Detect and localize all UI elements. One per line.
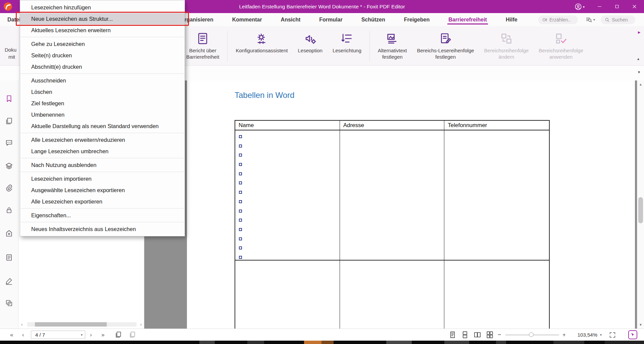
scroll-down-icon[interactable]: ▼ — [637, 323, 644, 327]
pages-panel-button[interactable] — [5, 117, 13, 125]
caret-down-icon: ▾ — [583, 5, 585, 9]
security-panel-button[interactable] — [5, 206, 13, 214]
comments-panel-button[interactable] — [5, 139, 13, 147]
search-box[interactable]: Suchen — [601, 15, 635, 24]
account-button[interactable]: ▾ — [575, 3, 589, 11]
taskbar-segment — [304, 341, 321, 344]
menu-item-aktuelles-lesezeichen-erweitern[interactable]: Aktuelles Lesezeichen erweitern — [20, 24, 185, 36]
minimize-button[interactable] — [591, 0, 608, 13]
facing-icon[interactable] — [474, 331, 481, 339]
attachments-panel-button[interactable] — [5, 184, 13, 192]
tab-freigeben[interactable]: Freigeben — [404, 13, 430, 26]
continuous-facing-icon[interactable] — [486, 331, 494, 339]
menu-item-neue-lesezeichen-aus-struktur[interactable]: Neue Lesezeichen aus Struktur... — [20, 13, 185, 24]
tell-me-box[interactable]: Erzählen.. — [538, 15, 578, 24]
vertical-scrollbar[interactable]: ▲ ▼ — [637, 80, 644, 329]
tab-schuetzen[interactable]: Schützen — [361, 13, 385, 26]
ribbon-button-leseoption[interactable]: Leseoption — [294, 26, 326, 66]
ribbon-button-konfigurationsassistent[interactable]: Konfigurationsassistent — [232, 26, 291, 66]
ribbon-buttons: Bericht überBarrierefreiheitKonfiguratio… — [183, 26, 587, 66]
menu-item-label: Seite(n) drucken — [31, 52, 72, 58]
signatures-panel-button[interactable] — [5, 277, 13, 285]
bullet-marker — [239, 172, 242, 175]
previous-view-icon[interactable] — [115, 331, 122, 338]
tab-kommentar[interactable]: Kommentar — [232, 13, 262, 26]
chevron-down-icon[interactable]: ▾ — [638, 70, 640, 74]
zoom-out-button[interactable]: − — [498, 329, 501, 341]
ribbon-button-label: Konfigurationsassistent — [236, 47, 288, 54]
maximize-icon — [614, 4, 620, 9]
menu-item-umbenennen[interactable]: Umbenennen — [20, 109, 185, 120]
ribbon-scroll-right-icon[interactable]: ▸ — [638, 29, 641, 35]
ribbon-button-bereichs-lesereihenfolge-festlegen[interactable]: Bereichs-Lesereihenfolgefestlegen — [414, 26, 478, 66]
menu-item-ziel-festlegen[interactable]: Ziel festlegen — [20, 98, 185, 109]
scrollbar-track[interactable] — [27, 322, 137, 327]
advanced-search-icon — [585, 16, 592, 23]
menu-item-loeschen[interactable]: Löschen — [20, 86, 185, 98]
bullet-list — [239, 135, 242, 259]
previous-page-button[interactable]: ‹ — [22, 329, 24, 341]
tab-formular[interactable]: Formular — [319, 13, 342, 26]
menu-item-lesezeichen-hinzufuegen[interactable]: Lesezeichen hinzufügen — [20, 2, 185, 13]
fields-panel-button[interactable] — [5, 253, 13, 262]
ribbon-button-label: Leseoption — [298, 47, 322, 54]
menu-item-aktuelle-darstellung-als-neuen-standard-verwenden[interactable]: Aktuelle Darstellung als neuen Standard … — [20, 120, 185, 132]
caret-down-icon[interactable]: ▾ — [600, 329, 602, 341]
zoom-level[interactable]: 103,54% — [571, 329, 597, 341]
advanced-search-button[interactable]: ▾ — [585, 16, 595, 23]
layers-panel-button[interactable] — [5, 162, 13, 170]
close-button[interactable] — [626, 0, 643, 13]
menu-item-seite-n-drucken[interactable]: Seite(n) drucken — [20, 50, 185, 61]
ribbon-button-partial[interactable]: Dokumit — [5, 46, 16, 60]
menu-item-lange-lesezeichen-umbrechen[interactable]: Lange Lesezeichen umbrechen — [20, 146, 185, 157]
ribbon-collapse-icon[interactable]: ▴ — [637, 56, 639, 61]
tab-datei[interactable]: Datei — [7, 13, 20, 26]
zoom-slider-thumb[interactable] — [529, 332, 534, 337]
ribbon-button-leserichtung[interactable]: Leserichtung — [329, 26, 365, 66]
page-number-input[interactable]: 4 / 7 ▾ — [31, 331, 85, 339]
tab-hilfe[interactable]: Hilfe — [506, 13, 517, 26]
fit-screen-icon[interactable] — [609, 331, 616, 339]
destinations-panel-button[interactable] — [5, 229, 13, 237]
ribbon-button-label: Bereichsreihenfolge — [539, 47, 583, 54]
maximize-button[interactable] — [608, 0, 626, 13]
tab-barrierefreiheit[interactable]: Barrierefreiheit — [448, 13, 487, 26]
scrollbar-thumb[interactable] — [638, 197, 643, 223]
menu-item-abschnitt-e-drucken[interactable]: Abschnitt(e) drucken — [20, 61, 185, 72]
ribbon-button-alternativtext-festlegen[interactable]: Alternativtextfestlegen — [375, 26, 410, 66]
next-view-icon[interactable] — [129, 331, 136, 338]
scrollbar-thumb[interactable] — [35, 322, 107, 327]
tab-ansicht[interactable]: Ansicht — [281, 13, 301, 26]
tab-organisieren[interactable]: Organisieren — [180, 13, 213, 26]
menu-item-gehe-zu-lesezeichen[interactable]: Gehe zu Lesezeichen — [20, 38, 185, 50]
menu-item-neues-inhaltsverzeichnis-aus-lesezeichen[interactable]: Neues Inhaltsverzeichnis aus Lesezeichen — [20, 223, 185, 235]
next-page-button[interactable]: › — [90, 329, 92, 341]
zoom-in-button[interactable]: + — [562, 329, 566, 341]
horizontal-scrollbar[interactable]: ‹ › — [18, 322, 144, 328]
scroll-left-icon[interactable]: ‹ — [21, 322, 22, 328]
menu-item-label: Nach Nutzung ausblenden — [31, 162, 96, 168]
menu-separator — [20, 222, 184, 222]
duplicate-panel-button[interactable] — [5, 299, 13, 307]
menu-item-alle-lesezeichen-exportieren[interactable]: Alle Lesezeichen exportieren — [20, 196, 185, 207]
scroll-right-icon[interactable]: › — [140, 322, 142, 328]
menu-item-alle-lesezeichen-erweitern-reduzieren[interactable]: Alle Lesezeichen erweitern/reduzieren — [20, 134, 185, 146]
bookmarks-panel-button[interactable] — [5, 95, 13, 103]
first-page-button[interactable]: « — [10, 329, 13, 341]
page-indicator: 4 / 7 — [35, 331, 45, 339]
scroll-up-icon[interactable]: ▲ — [637, 82, 644, 86]
last-page-button[interactable]: » — [101, 329, 104, 341]
menu-item-nach-nutzung-ausblenden[interactable]: Nach Nutzung ausblenden — [20, 159, 185, 171]
caret-down-icon[interactable]: ▾ — [81, 331, 83, 339]
menu-item-label: Lesezeichen hinzufügen — [31, 4, 91, 10]
single-page-icon[interactable] — [449, 331, 456, 339]
ribbon-button-label: festlegen — [435, 54, 456, 60]
continuous-icon[interactable] — [461, 331, 469, 339]
menu-item-lesezeichen-importieren[interactable]: Lesezeichen importieren — [20, 173, 185, 184]
menu-item-ausschneiden[interactable]: Ausschneiden — [20, 75, 185, 86]
ribbon-button-bericht-ueber-barrierefreiheit[interactable]: Bericht überBarrierefreiheit — [183, 26, 222, 66]
assistant-icon[interactable] — [628, 330, 637, 339]
menu-item-eigenschaften[interactable]: Eigenschaften... — [20, 210, 185, 221]
ribbon-separator — [369, 31, 370, 61]
menu-item-ausgewaehlte-lesezeichen-exportieren[interactable]: Ausgewählte Lesezeichen exportieren — [20, 184, 185, 196]
